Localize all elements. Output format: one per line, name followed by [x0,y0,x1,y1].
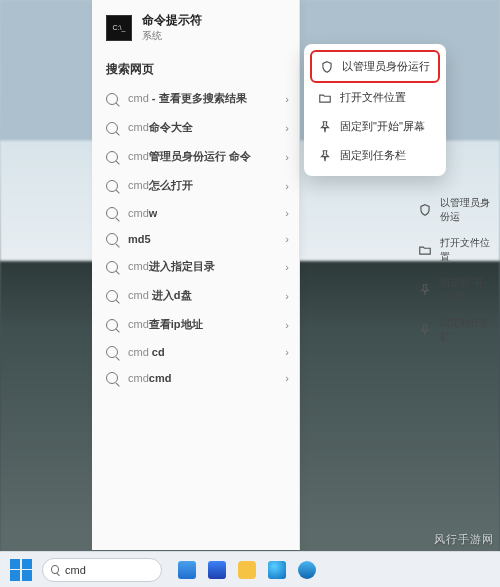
suggestion-item[interactable]: cmdcmd› [92,365,299,391]
peek-menu-item[interactable]: 以管理员身份运 [414,190,500,230]
taskbar-search-input[interactable] [65,564,153,576]
context-menu-item[interactable]: 以管理员身份运行 [310,50,440,83]
suggestion-text: cmdw [128,207,157,219]
suggestion-item[interactable]: cmd管理员身份运行 命令› [92,142,299,171]
context-menu-label: 打开文件位置 [340,90,406,105]
suggestion-text: cmd命令大全 [128,120,193,135]
taskview-icon[interactable] [178,561,196,579]
chevron-right-icon: › [285,233,289,245]
pin-icon [318,149,332,163]
chevron-right-icon: › [285,290,289,302]
taskbar [0,551,500,587]
top-result[interactable]: C:\_ 命令提示符 系统 [92,0,299,53]
chevron-right-icon: › [285,93,289,105]
search-icon [106,261,118,273]
chevron-right-icon: › [285,346,289,358]
cmd-app-icon: C:\_ [106,15,132,41]
top-result-subtitle: 系统 [142,29,202,43]
search-icon [106,122,118,134]
suggestion-item[interactable]: cmd cd› [92,339,299,365]
suggestion-text: cmd查看ip地址 [128,317,203,332]
pin-icon [418,323,432,337]
chevron-right-icon: › [285,319,289,331]
watermark-text: 风行手游网 [434,532,494,547]
top-result-text: 命令提示符 系统 [142,12,202,43]
peek-menu-item[interactable]: 固定到任务栏 [414,310,500,350]
peek-menu-label: 固定到任务栏 [440,316,496,344]
search-icon [106,372,118,384]
suggestion-text: cmd 进入d盘 [128,288,192,303]
file-explorer-icon[interactable] [238,561,256,579]
context-menu-label: 以管理员身份运行 [342,59,430,74]
suggestion-item[interactable]: cmd - 查看更多搜索结果› [92,84,299,113]
suggestion-item[interactable]: cmdw› [92,200,299,226]
start-button[interactable] [10,559,32,581]
top-result-title: 命令提示符 [142,12,202,29]
app-icon[interactable] [298,561,316,579]
right-side-peek-menu: 以管理员身份运打开文件位置固定到"开始"屏固定到任务栏 [414,190,500,350]
context-menu-item[interactable]: 固定到"开始"屏幕 [310,112,440,141]
context-menu-label: 固定到"开始"屏幕 [340,119,425,134]
context-menu-item[interactable]: 打开文件位置 [310,83,440,112]
search-icon [51,565,59,574]
search-icon [106,346,118,358]
suggestion-item[interactable]: cmd查看ip地址› [92,310,299,339]
chevron-right-icon: › [285,207,289,219]
suggestion-item[interactable]: cmd命令大全› [92,113,299,142]
suggestion-item[interactable]: cmd进入指定目录› [92,252,299,281]
context-menu-label: 固定到任务栏 [340,148,406,163]
chevron-right-icon: › [285,261,289,273]
folder-icon [418,243,432,257]
taskbar-search-box[interactable] [42,558,162,582]
peek-menu-item[interactable]: 打开文件位置 [414,230,500,270]
context-menu: 以管理员身份运行打开文件位置固定到"开始"屏幕固定到任务栏 [304,44,446,176]
folder-icon [318,91,332,105]
shield-icon [320,60,334,74]
chevron-right-icon: › [285,372,289,384]
suggestion-item[interactable]: md5› [92,226,299,252]
search-icon [106,151,118,163]
widgets-icon[interactable] [208,561,226,579]
shield-icon [418,203,432,217]
suggestion-text: md5 [128,233,151,245]
search-results-panel: C:\_ 命令提示符 系统 搜索网页 cmd - 查看更多搜索结果›cmd命令大… [92,0,300,550]
suggestion-text: cmdcmd [128,372,171,384]
section-title-web: 搜索网页 [92,53,299,84]
chevron-right-icon: › [285,180,289,192]
chevron-right-icon: › [285,122,289,134]
suggestion-item[interactable]: cmd 进入d盘› [92,281,299,310]
peek-menu-label: 打开文件位置 [440,236,496,264]
search-icon [106,207,118,219]
peek-menu-item[interactable]: 固定到"开始"屏 [414,270,500,310]
suggestion-text: cmd怎么打开 [128,178,193,193]
search-icon [106,290,118,302]
suggestion-item[interactable]: cmd怎么打开› [92,171,299,200]
pin-icon [318,120,332,134]
suggestions-list: cmd - 查看更多搜索结果›cmd命令大全›cmd管理员身份运行 命令›cmd… [92,84,299,391]
peek-menu-label: 固定到"开始"屏 [440,276,496,304]
search-icon [106,319,118,331]
search-icon [106,233,118,245]
taskbar-pinned-icons [178,561,316,579]
search-icon [106,93,118,105]
context-menu-item[interactable]: 固定到任务栏 [310,141,440,170]
suggestion-text: cmd - 查看更多搜索结果 [128,91,247,106]
chevron-right-icon: › [285,151,289,163]
search-icon [106,180,118,192]
suggestion-text: cmd cd [128,346,165,358]
edge-icon[interactable] [268,561,286,579]
suggestion-text: cmd管理员身份运行 命令 [128,149,251,164]
pin-icon [418,283,432,297]
suggestion-text: cmd进入指定目录 [128,259,215,274]
peek-menu-label: 以管理员身份运 [440,196,496,224]
